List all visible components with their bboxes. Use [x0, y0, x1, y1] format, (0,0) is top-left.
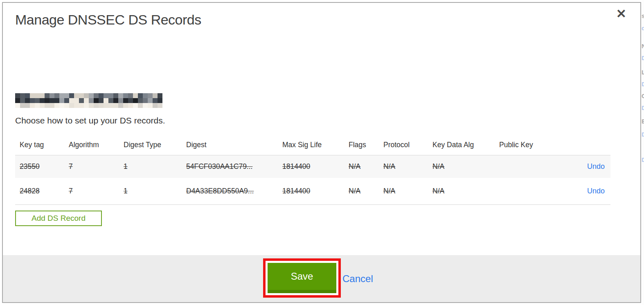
redacted-domain-name	[15, 93, 162, 108]
cell-actions: Undo	[556, 187, 610, 195]
dialog-title: Manage DNSSEC DS Records	[15, 12, 201, 28]
cell-key-data-alg: N/A	[432, 162, 499, 171]
col-header-max-sig-life: Max Sig Life	[282, 141, 349, 149]
col-header-digest-type: Digest Type	[124, 141, 186, 149]
cell-max-sig-life: 1814400	[282, 187, 349, 195]
undo-link[interactable]: Undo	[587, 162, 605, 170]
col-header-flags: Flags	[349, 141, 383, 149]
col-header-protocol: Protocol	[383, 141, 432, 149]
cell-algorithm: 7	[69, 162, 124, 171]
save-button[interactable]: Save	[268, 263, 336, 293]
cell-protocol: N/A	[383, 162, 432, 171]
cell-flags: N/A	[349, 187, 383, 195]
cell-digest: D4A33E8DD550A9...	[186, 187, 282, 195]
screenshot-stage: sdNDLDCDEDD Manage DNSSEC DS Records ✕ C…	[0, 0, 644, 305]
table-header-row: Key tag Algorithm Digest Type Digest Max…	[15, 135, 610, 155]
cell-key-tag: 24828	[20, 187, 69, 195]
col-header-digest: Digest	[186, 141, 282, 149]
cell-max-sig-life: 1814400	[282, 162, 349, 171]
cell-actions: Undo	[556, 162, 610, 171]
table-row: 23550 7 1 54FCF030AA1C79... 1814400 N/A …	[15, 155, 610, 178]
dialog-subtitle: Choose how to set up your DS records.	[15, 116, 165, 126]
cell-key-tag: 23550	[20, 162, 69, 171]
col-header-algorithm: Algorithm	[69, 141, 124, 149]
col-header-key-tag: Key tag	[20, 141, 69, 149]
undo-link[interactable]: Undo	[587, 187, 605, 195]
cell-protocol: N/A	[383, 187, 432, 195]
manage-dnssec-ds-records-dialog: Manage DNSSEC DS Records ✕ Choose how to…	[2, 2, 641, 303]
cell-key-data-alg: N/A	[432, 187, 499, 195]
cell-digest-type: 1	[124, 162, 186, 171]
cell-flags: N/A	[349, 162, 383, 171]
ds-records-table: Key tag Algorithm Digest Type Digest Max…	[15, 135, 610, 205]
dialog-footer: Save Cancel	[3, 255, 640, 302]
col-header-key-data-alg: Key Data Alg	[432, 141, 499, 149]
cancel-link[interactable]: Cancel	[342, 273, 373, 285]
cell-digest-type: 1	[124, 187, 186, 195]
annotation-highlight-box: Save	[263, 258, 341, 298]
table-row: 24828 7 1 D4A33E8DD550A9... 1814400 N/A …	[15, 178, 610, 205]
background-page-edge-strip: sdNDLDCDEDD	[642, 0, 644, 305]
add-ds-record-button[interactable]: Add DS Record	[15, 211, 102, 226]
close-icon[interactable]: ✕	[616, 8, 626, 20]
cell-algorithm: 7	[69, 187, 124, 195]
col-header-public-key: Public Key	[499, 141, 556, 149]
cell-digest: 54FCF030AA1C79...	[186, 162, 282, 171]
